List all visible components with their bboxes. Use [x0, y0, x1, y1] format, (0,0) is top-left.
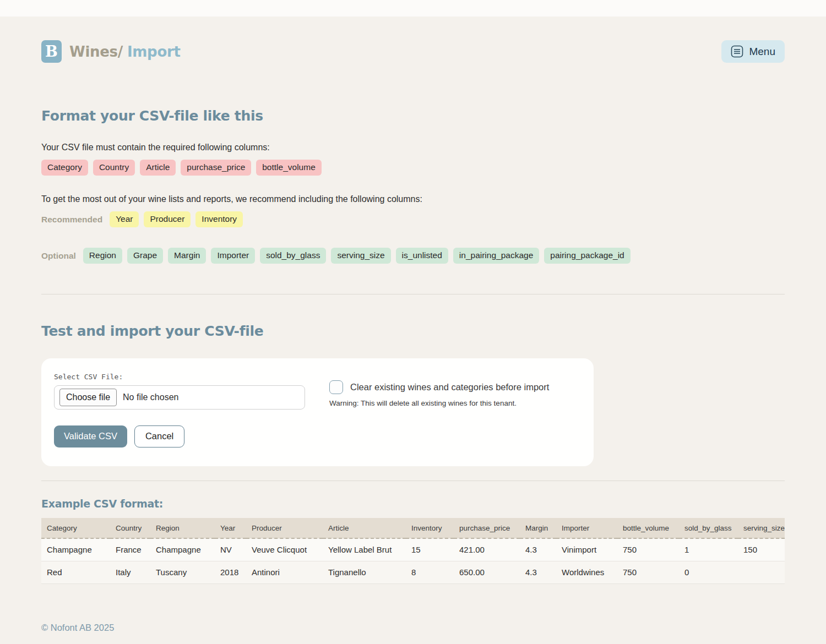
table-cell: Tuscany	[150, 561, 215, 583]
table-cell: 150	[738, 538, 785, 561]
page-title: Import	[127, 43, 181, 60]
column-pill-optional: Region	[83, 248, 122, 264]
file-select-area: Select CSV File: Choose file No file cho…	[54, 373, 305, 447]
page-header: B Wines/Import Menu	[41, 40, 785, 63]
format-section-heading: Format your CSV-file like this	[41, 108, 785, 124]
action-buttons: Validate CSV Cancel	[54, 425, 305, 447]
import-section-heading: Test and import your CSV-file	[41, 323, 785, 339]
optional-pills: RegionGrapeMarginImportersold_by_glassse…	[83, 248, 631, 264]
table-column-header: Importer	[556, 518, 617, 538]
column-pill-required: purchase_price	[181, 160, 251, 176]
table-column-header: Inventory	[406, 518, 454, 538]
example-section-heading: Example CSV format:	[41, 498, 785, 510]
table-cell: 1	[679, 538, 738, 561]
column-pill-required: bottle_volume	[256, 160, 322, 176]
table-cell: 4.3	[520, 538, 556, 561]
table-cell: 0	[679, 561, 738, 583]
table-cell: NV	[215, 538, 246, 561]
clear-option-area: Clear existing wines and categories befo…	[329, 373, 549, 407]
table-column-header: Category	[41, 518, 110, 538]
file-input-status: No file chosen	[123, 392, 178, 402]
column-pill-required: Article	[140, 160, 176, 176]
clear-existing-checkbox[interactable]	[329, 380, 343, 394]
column-pill-optional: sold_by_glass	[260, 248, 326, 264]
table-column-header: Country	[110, 518, 150, 538]
example-csv-table: CategoryCountryRegionYearProducerArticle…	[41, 518, 785, 584]
cancel-button[interactable]: Cancel	[134, 425, 184, 447]
breadcrumb: Wines/Import	[69, 43, 181, 60]
table-cell: 15	[406, 538, 454, 561]
column-pill-recommended: Inventory	[195, 211, 243, 227]
table-column-header: Producer	[246, 518, 323, 538]
table-column-header: Region	[150, 518, 215, 538]
column-pill-optional: Margin	[168, 248, 206, 264]
app-logo: B	[41, 40, 62, 63]
column-pill-optional: in_pairing_package	[453, 248, 539, 264]
table-cell: 8	[406, 561, 454, 583]
column-pill-optional: Grape	[127, 248, 163, 264]
recommended-pills: YearProducerInventory	[110, 211, 243, 227]
optional-columns-row: Optional RegionGrapeMarginImportersold_b…	[41, 248, 785, 264]
table-cell: France	[110, 538, 150, 561]
table-cell: Yellow Label Brut	[323, 538, 406, 561]
table-cell	[738, 561, 785, 583]
import-card: Select CSV File: Choose file No file cho…	[41, 358, 594, 466]
top-strip	[0, 0, 826, 17]
column-pill-recommended: Year	[110, 211, 139, 227]
table-row: ChampagneFranceChampagneNVVeuve Clicquot…	[41, 538, 785, 561]
optional-label: Optional	[41, 251, 76, 261]
hamburger-icon	[731, 45, 743, 58]
table-cell: Champagne	[150, 538, 215, 561]
file-input[interactable]: Choose file No file chosen	[54, 385, 305, 410]
table-column-header: Margin	[520, 518, 556, 538]
table-cell: Red	[41, 561, 110, 583]
section-divider	[41, 294, 785, 294]
menu-button[interactable]: Menu	[721, 40, 785, 63]
menu-button-label: Menu	[749, 46, 775, 58]
column-pill-required: Country	[93, 160, 135, 176]
breadcrumb-section: Wines/	[69, 43, 123, 60]
table-cell: Tignanello	[323, 561, 406, 583]
table-cell: 750	[617, 561, 679, 583]
clear-checkbox-row: Clear existing wines and categories befo…	[329, 380, 549, 394]
recommended-label: Recommended	[41, 215, 102, 225]
table-cell: Veuve Clicquot	[246, 538, 323, 561]
recommended-columns-intro: To get the most out of your wine lists a…	[41, 194, 785, 204]
table-header-row: CategoryCountryRegionYearProducerArticle…	[41, 518, 785, 538]
table-cell: Champagne	[41, 538, 110, 561]
table-column-header: serving_size	[738, 518, 785, 538]
required-columns-row: CategoryCountryArticlepurchase_pricebott…	[41, 160, 785, 176]
table-cell: 421.00	[454, 538, 520, 561]
clear-checkbox-label[interactable]: Clear existing wines and categories befo…	[350, 382, 549, 392]
table-cell: Worldwines	[556, 561, 617, 583]
table-column-header: purchase_price	[454, 518, 520, 538]
section-divider	[41, 481, 785, 481]
column-pill-optional: pairing_package_id	[544, 248, 630, 264]
table-cell: 650.00	[454, 561, 520, 583]
brand: B Wines/Import	[41, 40, 181, 63]
column-pill-optional: Importer	[211, 248, 255, 264]
validate-csv-button[interactable]: Validate CSV	[54, 425, 127, 447]
clear-warning-text: Warning: This will delete all existing w…	[329, 399, 549, 407]
table-row: RedItalyTuscany2018AntinoriTignanello865…	[41, 561, 785, 583]
table-column-header: bottle_volume	[617, 518, 679, 538]
table-cell: 4.3	[520, 561, 556, 583]
table-cell: Italy	[110, 561, 150, 583]
table-column-header: Article	[323, 518, 406, 538]
table-column-header: sold_by_glass	[679, 518, 738, 538]
recommended-columns-row: Recommended YearProducerInventory	[41, 211, 785, 227]
table-cell: 750	[617, 538, 679, 561]
choose-file-button[interactable]: Choose file	[59, 389, 117, 406]
footer-copyright: © Nofont AB 2025	[41, 623, 785, 644]
table-cell: Vinimport	[556, 538, 617, 561]
table-cell: 2018	[215, 561, 246, 583]
file-input-label: Select CSV File:	[54, 373, 305, 381]
table-column-header: Year	[215, 518, 246, 538]
column-pill-required: Category	[41, 160, 88, 176]
column-pill-optional: serving_size	[331, 248, 390, 264]
required-columns-intro: Your CSV file must contain the required …	[41, 143, 785, 152]
column-pill-optional: is_unlisted	[396, 248, 448, 264]
table-cell: Antinori	[246, 561, 323, 583]
column-pill-recommended: Producer	[144, 211, 191, 227]
